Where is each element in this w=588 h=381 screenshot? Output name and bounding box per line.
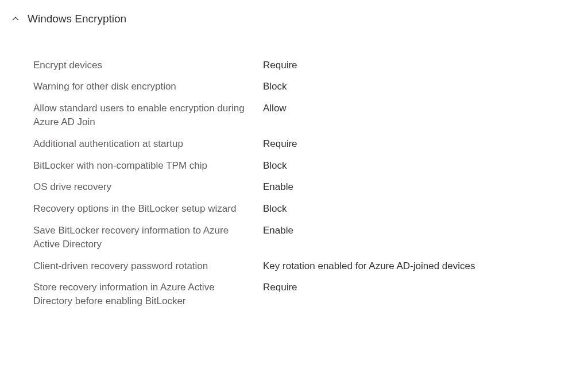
settings-list: Encrypt devices Require Warning for othe… <box>11 59 577 308</box>
setting-value: Require <box>263 59 577 72</box>
setting-value: Block <box>263 159 577 173</box>
setting-value: Enable <box>263 224 577 238</box>
setting-label: OS drive recovery <box>33 180 263 194</box>
setting-row: Allow standard users to enable encryptio… <box>33 102 577 129</box>
setting-value: Allow <box>263 102 577 115</box>
setting-label: Save BitLocker recovery information to A… <box>33 224 263 251</box>
setting-value: Block <box>263 80 577 94</box>
setting-row: Warning for other disk encryption Block <box>33 80 577 94</box>
setting-value: Key rotation enabled for Azure AD-joined… <box>263 259 577 273</box>
setting-label: Recovery options in the BitLocker setup … <box>33 202 263 216</box>
setting-row: Client-driven recovery password rotation… <box>33 259 577 273</box>
setting-row: Recovery options in the BitLocker setup … <box>33 202 577 216</box>
setting-label: Warning for other disk encryption <box>33 80 263 94</box>
chevron-up-icon <box>11 15 20 23</box>
setting-label: Allow standard users to enable encryptio… <box>33 102 263 129</box>
setting-label: Store recovery information in Azure Acti… <box>33 281 263 308</box>
section-header-windows-encryption[interactable]: Windows Encryption <box>11 11 577 27</box>
setting-value: Block <box>263 202 577 216</box>
setting-label: Additional authentication at startup <box>33 137 263 151</box>
setting-label: BitLocker with non-compatible TPM chip <box>33 159 263 173</box>
setting-value: Require <box>263 281 577 294</box>
setting-row: Additional authentication at startup Req… <box>33 137 577 151</box>
setting-row: Store recovery information in Azure Acti… <box>33 281 577 308</box>
section-title: Windows Encryption <box>28 11 126 27</box>
setting-row: OS drive recovery Enable <box>33 180 577 194</box>
setting-label: Client-driven recovery password rotation <box>33 259 263 273</box>
setting-label: Encrypt devices <box>33 59 263 72</box>
setting-value: Enable <box>263 180 577 194</box>
setting-row: Save BitLocker recovery information to A… <box>33 224 577 251</box>
setting-row: BitLocker with non-compatible TPM chip B… <box>33 159 577 173</box>
setting-row: Encrypt devices Require <box>33 59 577 72</box>
setting-value: Require <box>263 137 577 151</box>
